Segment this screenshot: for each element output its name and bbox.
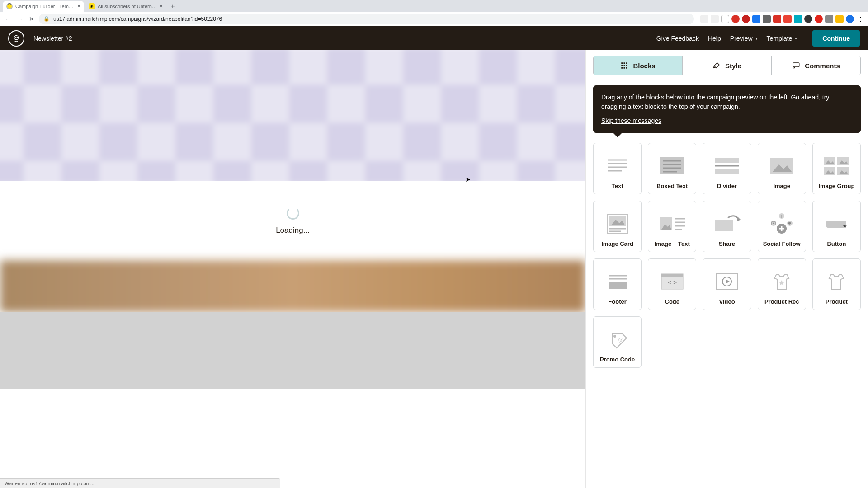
mailchimp-favicon-icon: ✳ [89, 3, 95, 9]
tab-label: Blocks [633, 62, 655, 70]
comment-icon [792, 61, 800, 70]
block-boxed-text[interactable]: Boxed Text [648, 143, 696, 194]
extension-icon[interactable] [783, 15, 792, 23]
tab-blocks[interactable]: Blocks [594, 56, 683, 75]
give-feedback-link[interactable]: Give Feedback [656, 35, 699, 42]
extension-icon[interactable] [815, 15, 823, 23]
block-label: Footer [608, 298, 626, 305]
panel-tabs: Blocks Style Comments [593, 56, 861, 75]
extension-icon[interactable] [742, 15, 750, 23]
svg-point-1 [15, 37, 16, 37]
svg-rect-12 [793, 63, 799, 67]
lock-icon: 🔒 [43, 16, 50, 22]
svg-rect-6 [622, 65, 623, 66]
close-icon[interactable]: × [160, 3, 163, 9]
stop-reload-button[interactable]: ✕ [27, 14, 36, 23]
block-image[interactable]: Image [758, 143, 806, 194]
block-label: Product [826, 298, 848, 305]
svg-text:< >: < > [668, 279, 677, 286]
chrome-menu-icon[interactable]: ⋮ [856, 15, 864, 23]
preview-menu[interactable]: Preview ▾ [730, 35, 758, 42]
svg-rect-8 [626, 65, 627, 66]
block-product-rec[interactable]: Product Rec [758, 258, 806, 310]
image-card-block-icon [601, 211, 634, 236]
new-tab-button[interactable]: + [167, 1, 178, 12]
extension-icon[interactable] [721, 15, 729, 23]
block-button[interactable]: Button [812, 201, 861, 252]
avatar-icon[interactable] [846, 15, 854, 23]
app-header: Newsletter #2 Give Feedback Help Preview… [0, 26, 868, 50]
tab-strip: Campaign Builder - Template D × ✳ All su… [0, 0, 868, 12]
image-group-block-icon [820, 154, 853, 178]
block-label: Product Rec [764, 298, 799, 305]
block-video[interactable]: Video [703, 258, 751, 310]
block-image-text[interactable]: Image + Text [648, 201, 696, 252]
extension-icon[interactable] [711, 15, 719, 23]
extension-icon[interactable] [804, 15, 812, 23]
block-label: Promo Code [600, 356, 635, 363]
preview-label: Preview [730, 35, 753, 42]
block-label: Boxed Text [656, 183, 688, 189]
extension-icon[interactable] [794, 15, 802, 23]
block-promo-code[interactable]: % Promo Code [593, 316, 642, 368]
svg-rect-46 [715, 220, 733, 231]
block-divider[interactable]: Divider [703, 143, 751, 194]
template-menu[interactable]: Template ▾ [767, 35, 797, 42]
block-product[interactable]: Product [812, 258, 861, 310]
mouse-cursor-icon: ➤ [465, 176, 471, 183]
block-footer[interactable]: Footer [593, 258, 642, 310]
campaign-preview[interactable]: Loading... ➤ [0, 50, 585, 488]
svg-point-2 [17, 37, 17, 37]
preview-placeholder-mid [0, 260, 585, 312]
extension-icon[interactable] [763, 15, 771, 23]
video-block-icon [711, 269, 743, 294]
extension-icon[interactable] [835, 15, 844, 23]
address-bar[interactable]: 🔒 us17.admin.mailchimp.com/campaigns/wiz… [39, 14, 694, 24]
social-follow-block-icon: f [765, 211, 798, 236]
extension-icon[interactable] [752, 15, 760, 23]
block-label: Video [719, 298, 735, 305]
tab-label: Comments [805, 62, 840, 70]
extension-icon[interactable] [773, 15, 781, 23]
block-image-card[interactable]: Image Card [593, 201, 642, 252]
right-panel: Blocks Style Comments Drag any of the bl… [585, 50, 868, 488]
block-social-follow[interactable]: f Social Follow [758, 201, 806, 252]
svg-point-67 [614, 335, 616, 337]
product-block-icon [820, 269, 853, 294]
template-label: Template [767, 35, 793, 42]
tab-comments[interactable]: Comments [772, 56, 860, 75]
block-label: Share [719, 240, 735, 247]
svg-point-52 [773, 223, 774, 224]
button-block-icon [820, 211, 853, 236]
paintbrush-icon [712, 61, 721, 70]
preview-placeholder-white [0, 389, 585, 488]
text-block-icon [601, 154, 634, 178]
block-share[interactable]: Share [703, 201, 751, 252]
svg-rect-9 [622, 67, 623, 69]
skip-messages-link[interactable]: Skip these messages [601, 116, 661, 126]
block-text[interactable]: Text [593, 143, 642, 194]
svg-rect-3 [622, 62, 623, 64]
close-icon[interactable]: × [77, 3, 80, 9]
browser-tab[interactable]: ✳ All subscribers of Unternehme × [85, 1, 166, 12]
block-code[interactable]: < > Code [648, 258, 696, 310]
share-block-icon [711, 211, 743, 236]
promo-code-block-icon: % [601, 327, 634, 352]
mailchimp-logo-icon[interactable] [8, 30, 24, 47]
code-block-icon: < > [656, 269, 689, 294]
loading-text: Loading... [276, 226, 310, 235]
block-image-group[interactable]: Image Group [812, 143, 861, 194]
tab-title: All subscribers of Unternehme [98, 4, 157, 9]
extension-icon[interactable] [700, 15, 708, 23]
extension-icon[interactable] [825, 15, 833, 23]
back-button[interactable]: ← [4, 14, 13, 23]
tab-style[interactable]: Style [683, 56, 772, 75]
continue-button[interactable]: Continue [812, 30, 860, 47]
block-label: Divider [717, 183, 737, 189]
preview-placeholder-top [0, 50, 585, 184]
browser-tab-active[interactable]: Campaign Builder - Template D × [3, 1, 84, 12]
help-link[interactable]: Help [708, 35, 721, 42]
grid-icon [620, 61, 628, 70]
forward-button[interactable]: → [15, 14, 24, 23]
extension-icon[interactable] [731, 15, 740, 23]
